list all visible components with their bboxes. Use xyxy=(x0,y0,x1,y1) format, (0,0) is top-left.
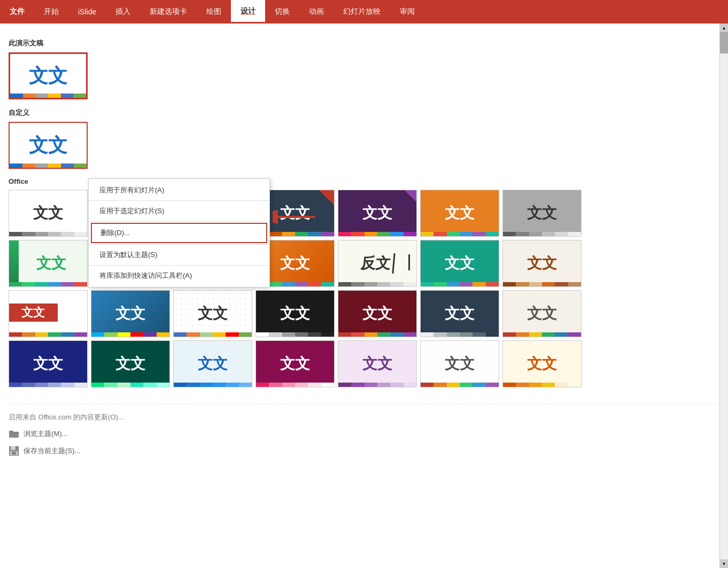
theme-label: 文文 xyxy=(36,253,66,274)
menu-divider-2 xyxy=(89,221,269,222)
tab-islide[interactable]: iSlide xyxy=(68,0,106,24)
office-theme-plain[interactable]: 文文 xyxy=(9,190,88,237)
color-bar xyxy=(256,332,334,337)
office-theme-light-beige[interactable]: 文文 xyxy=(502,290,582,337)
theme-label: 文文 xyxy=(198,304,228,324)
menu-delete[interactable]: 删除(D)... xyxy=(91,223,267,243)
tab-insert[interactable]: 插入 xyxy=(106,0,140,24)
theme-label: 文文 xyxy=(115,354,145,374)
browse-themes-link[interactable]: 浏览主题(M)... xyxy=(9,425,719,442)
color-bar xyxy=(503,282,581,286)
color-bar xyxy=(338,282,416,286)
tab-animation[interactable]: 动画 xyxy=(299,0,334,24)
presentation-theme-card[interactable]: 文文 xyxy=(9,52,88,99)
color-bar xyxy=(9,232,87,236)
tab-design[interactable]: 设计 xyxy=(231,0,265,24)
color-bar xyxy=(338,332,416,337)
theme-label: 文文 xyxy=(527,253,557,274)
scrollbar[interactable]: ▲ ▼ xyxy=(719,24,728,568)
theme-label: 文文 xyxy=(280,253,310,274)
svg-rect-3 xyxy=(9,431,13,433)
theme-label: 文文 xyxy=(527,354,557,374)
theme-label: 文文 xyxy=(527,203,557,223)
office-theme-blue-gradient[interactable]: 文文 xyxy=(91,290,170,337)
theme-label: 文文 xyxy=(33,203,63,223)
office-theme-black[interactable]: 文文 xyxy=(255,290,335,337)
bottom-section: 启用来自 Office.com 的内容更新(O)... 浏览主题(M)... xyxy=(9,403,719,460)
color-bar xyxy=(174,332,252,337)
menu-divider-3 xyxy=(89,244,269,245)
folder-icon xyxy=(9,429,19,439)
tab-newtab[interactable]: 新建选项卡 xyxy=(140,0,197,24)
tab-draw[interactable]: 绘图 xyxy=(197,0,231,24)
menu-apply-all[interactable]: 应用于所有幻灯片(A) xyxy=(89,181,269,199)
office-theme-green-accent[interactable]: 文文 xyxy=(9,240,88,287)
save-icon xyxy=(9,446,19,456)
office-theme-calligraphy[interactable]: 反文 xyxy=(338,240,417,287)
office-theme-r4-6[interactable]: 文文 xyxy=(420,340,499,387)
office-update-link[interactable]: 启用来自 Office.com 的内容更新(O)... xyxy=(9,409,719,425)
office-theme-row3: 文文 文文 文文 文文 xyxy=(9,290,719,337)
office-theme-teal[interactable]: 文文 xyxy=(420,240,499,287)
tab-home[interactable]: 开始 xyxy=(34,0,68,24)
scroll-down-button[interactable]: ▼ xyxy=(720,559,729,568)
office-theme-gray[interactable]: 文文 xyxy=(502,190,582,237)
custom-theme-card[interactable]: 文文 xyxy=(9,122,88,169)
theme-label: 文文 xyxy=(198,354,228,374)
theme-label: 文文 xyxy=(445,304,475,324)
context-menu: 应用于所有幻灯片(A) 应用于选定幻灯片(S) 删除(D)... 设置为默认主题… xyxy=(88,178,270,287)
menu-apply-selected[interactable]: 应用于选定幻灯片(S) xyxy=(89,202,269,220)
tab-review[interactable]: 审阅 xyxy=(390,0,424,24)
custom-theme-grid: 文文 xyxy=(9,122,719,169)
scroll-thumb[interactable] xyxy=(720,32,729,53)
theme-color-bar xyxy=(10,94,86,98)
theme-banner-text: 文文 xyxy=(21,305,45,321)
office-theme-orange[interactable]: 文文 xyxy=(420,190,499,237)
red-arrow-indicator xyxy=(273,206,321,232)
color-bar xyxy=(421,383,499,387)
menu-divider-4 xyxy=(89,265,269,266)
custom-theme-text: 文文 xyxy=(29,133,67,159)
theme-label: 文文 xyxy=(362,304,392,324)
office-theme-r4-5[interactable]: 文文 xyxy=(338,340,417,387)
ribbon: 文件 开始 iSlide 插入 新建选项卡 绘图 设计 切换 动画 幻灯片放映 … xyxy=(0,0,728,24)
office-theme-r4-7[interactable]: 文文 xyxy=(502,340,582,387)
office-theme-r4-1[interactable]: 文文 xyxy=(9,340,88,387)
menu-divider-1 xyxy=(89,200,269,201)
theme-label: 文文 xyxy=(280,354,310,374)
office-theme-r4-4[interactable]: 文文 xyxy=(255,340,335,387)
custom-section-title: 自定义 xyxy=(9,108,719,118)
scroll-track[interactable] xyxy=(720,32,729,559)
menu-add-toolbar[interactable]: 将库添加到快速访问工具栏(A) xyxy=(89,267,269,285)
office-theme-purple-corner[interactable]: 文文 xyxy=(338,190,417,237)
tab-slideshow[interactable]: 幻灯片放映 xyxy=(334,0,390,24)
scroll-up-button[interactable]: ▲ xyxy=(720,24,729,32)
office-theme-red-banner[interactable]: 文文 xyxy=(9,290,88,337)
presentation-section-title: 此演示文稿 xyxy=(9,38,719,48)
office-theme-r4-3[interactable]: 文文 xyxy=(173,340,252,387)
menu-set-default[interactable]: 设置为默认主题(S) xyxy=(89,246,269,264)
office-theme-dots[interactable]: 文文 xyxy=(173,290,252,337)
color-bar xyxy=(421,282,499,286)
color-bar xyxy=(91,383,169,387)
theme-text-wen: 文文 xyxy=(29,63,67,89)
main-content: ▲ ▼ 此演示文稿 文文 自定义 文文 xyxy=(0,24,728,568)
color-bar xyxy=(9,332,87,337)
office-theme-extra[interactable]: 文文 xyxy=(502,240,582,287)
theme-label: 文文 xyxy=(527,304,557,324)
office-theme-dark-navy[interactable]: 文文 xyxy=(420,290,499,337)
tab-transition[interactable]: 切换 xyxy=(265,0,299,24)
color-bar xyxy=(503,332,581,337)
tab-file[interactable]: 文件 xyxy=(0,0,34,24)
save-theme-link[interactable]: 保存当前主题(S)... xyxy=(9,442,719,460)
office-theme-dark-purple-red[interactable]: 文文 xyxy=(338,290,417,337)
theme-label: 文文 xyxy=(280,304,310,324)
color-bar xyxy=(9,383,87,387)
color-bar xyxy=(174,383,252,387)
color-bar xyxy=(503,383,581,387)
theme-label: 文文 xyxy=(33,354,63,374)
color-bar xyxy=(91,332,169,337)
color-bar xyxy=(421,332,499,337)
office-theme-r4-2[interactable]: 文文 xyxy=(91,340,170,387)
color-bar xyxy=(338,232,416,236)
